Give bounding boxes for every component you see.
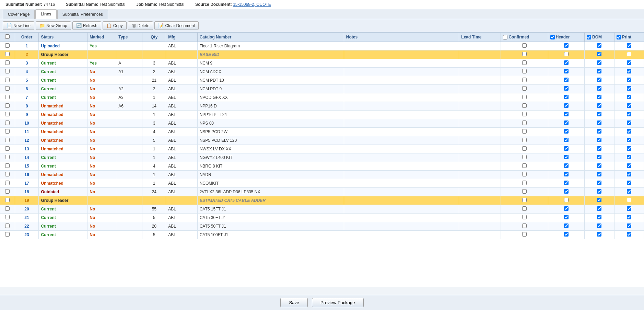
row-checkbox-cell[interactable] (0, 188, 15, 196)
row-bom-cell[interactable] (584, 93, 614, 102)
row-print-checkbox[interactable] (627, 86, 631, 91)
row-print-checkbox[interactable] (627, 120, 631, 125)
row-header-cell[interactable] (548, 214, 584, 222)
row-select-checkbox[interactable] (5, 52, 10, 56)
row-header-checkbox[interactable] (564, 138, 569, 142)
row-select-checkbox[interactable] (5, 86, 10, 91)
row-confirmed-cell[interactable] (501, 50, 548, 59)
row-header-checkbox[interactable] (564, 198, 569, 202)
row-header-checkbox[interactable] (564, 86, 569, 91)
row-bom-checkbox[interactable] (597, 206, 601, 211)
row-header-cell[interactable] (548, 196, 584, 205)
row-bom-cell[interactable] (584, 68, 614, 76)
row-header-checkbox[interactable] (564, 43, 569, 48)
row-confirmed-cell[interactable] (501, 85, 548, 93)
tab-cover-page[interactable]: Cover Page (3, 10, 35, 19)
delete-button[interactable]: 🗑 Delete (128, 21, 153, 30)
row-confirmed-checkbox[interactable] (522, 155, 527, 159)
row-header-checkbox[interactable] (564, 163, 569, 168)
row-checkbox-cell[interactable] (0, 119, 15, 128)
row-select-checkbox[interactable] (5, 198, 10, 202)
row-header-cell[interactable] (548, 76, 584, 85)
th-print[interactable]: Print (614, 33, 644, 42)
row-print-cell[interactable] (614, 59, 644, 68)
row-print-cell[interactable] (614, 111, 644, 119)
row-bom-cell[interactable] (584, 231, 614, 239)
row-header-cell[interactable] (548, 68, 584, 76)
row-bom-cell[interactable] (584, 102, 614, 111)
row-confirmed-checkbox[interactable] (522, 86, 527, 91)
row-bom-cell[interactable] (584, 128, 614, 136)
row-print-cell[interactable] (614, 68, 644, 76)
row-confirmed-checkbox[interactable] (522, 206, 527, 211)
row-bom-checkbox[interactable] (597, 181, 601, 185)
row-print-checkbox[interactable] (627, 43, 631, 48)
row-header-checkbox[interactable] (564, 69, 569, 73)
row-print-cell[interactable] (614, 42, 644, 50)
row-print-cell[interactable] (614, 93, 644, 102)
row-confirmed-checkbox[interactable] (522, 138, 527, 142)
row-bom-cell[interactable] (584, 196, 614, 205)
row-bom-checkbox[interactable] (597, 155, 601, 159)
row-print-cell[interactable] (614, 76, 644, 85)
row-bom-checkbox[interactable] (597, 69, 601, 73)
row-print-checkbox[interactable] (627, 112, 631, 116)
row-confirmed-checkbox[interactable] (522, 52, 527, 56)
row-print-checkbox[interactable] (627, 206, 631, 211)
new-group-button[interactable]: 📁 New Group (36, 21, 71, 30)
row-confirmed-checkbox[interactable] (522, 78, 527, 82)
row-bom-checkbox[interactable] (597, 163, 601, 168)
row-header-cell[interactable] (548, 171, 584, 179)
row-confirmed-checkbox[interactable] (522, 112, 527, 116)
row-print-cell[interactable] (614, 153, 644, 162)
row-confirmed-cell[interactable] (501, 119, 548, 128)
row-print-cell[interactable] (614, 128, 644, 136)
row-select-checkbox[interactable] (5, 43, 10, 48)
row-bom-cell[interactable] (584, 188, 614, 196)
row-checkbox-cell[interactable] (0, 76, 15, 85)
row-print-checkbox[interactable] (627, 215, 631, 219)
row-select-checkbox[interactable] (5, 172, 10, 176)
row-checkbox-cell[interactable] (0, 93, 15, 102)
row-confirmed-checkbox[interactable] (522, 129, 527, 134)
row-confirmed-cell[interactable] (501, 171, 548, 179)
row-header-checkbox[interactable] (564, 189, 569, 194)
row-select-checkbox[interactable] (5, 146, 10, 151)
row-checkbox-cell[interactable] (0, 171, 15, 179)
header-header-checkbox[interactable] (550, 35, 555, 39)
row-print-checkbox[interactable] (627, 138, 631, 142)
row-header-checkbox[interactable] (564, 172, 569, 176)
row-print-cell[interactable] (614, 85, 644, 93)
row-select-checkbox[interactable] (5, 206, 10, 211)
row-checkbox-cell[interactable] (0, 50, 15, 59)
row-bom-cell[interactable] (584, 205, 614, 214)
row-header-cell[interactable] (548, 50, 584, 59)
row-bom-cell[interactable] (584, 222, 614, 231)
row-bom-cell[interactable] (584, 136, 614, 145)
row-select-checkbox[interactable] (5, 103, 10, 108)
row-print-checkbox[interactable] (627, 103, 631, 108)
row-header-cell[interactable] (548, 145, 584, 153)
row-select-checkbox[interactable] (5, 138, 10, 142)
row-print-cell[interactable] (614, 222, 644, 231)
row-select-checkbox[interactable] (5, 95, 10, 99)
row-print-checkbox[interactable] (627, 69, 631, 73)
clear-document-button[interactable]: 📝 Clear Document (154, 21, 199, 30)
row-print-checkbox[interactable] (627, 189, 631, 194)
row-print-checkbox[interactable] (627, 155, 631, 159)
row-print-cell[interactable] (614, 50, 644, 59)
row-header-checkbox[interactable] (564, 112, 569, 116)
row-print-checkbox[interactable] (627, 146, 631, 151)
row-bom-cell[interactable] (584, 42, 614, 50)
row-bom-checkbox[interactable] (597, 215, 601, 219)
row-confirmed-checkbox[interactable] (522, 95, 527, 99)
row-header-checkbox[interactable] (564, 181, 569, 185)
row-checkbox-cell[interactable] (0, 196, 15, 205)
row-print-cell[interactable] (614, 205, 644, 214)
row-print-checkbox[interactable] (627, 60, 631, 65)
row-bom-checkbox[interactable] (597, 129, 601, 134)
row-checkbox-cell[interactable] (0, 85, 15, 93)
row-confirmed-checkbox[interactable] (522, 60, 527, 65)
row-select-checkbox[interactable] (5, 120, 10, 125)
row-confirmed-checkbox[interactable] (522, 103, 527, 108)
